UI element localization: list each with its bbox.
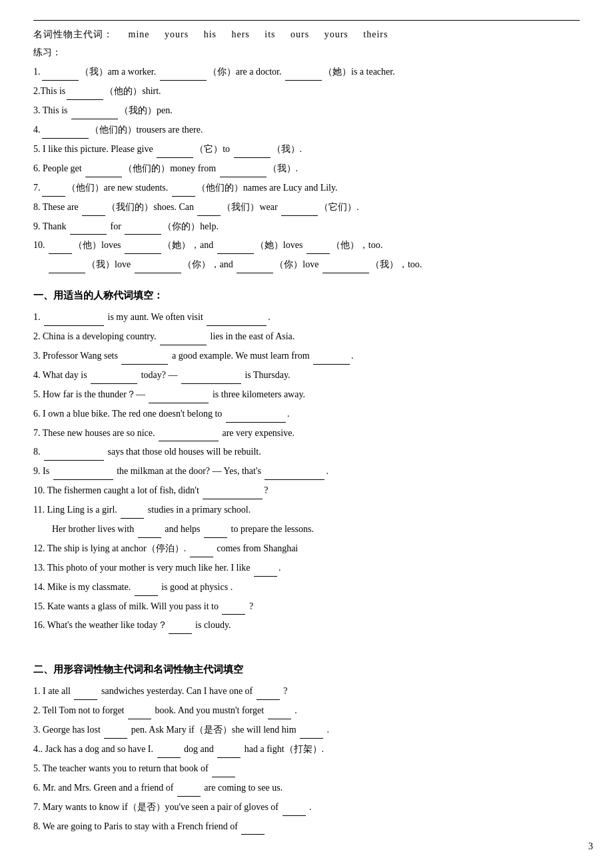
s1-line-5: 5. How far is the thunder？— is three kil… xyxy=(33,386,580,403)
pronoun-his: his xyxy=(204,29,217,39)
section2-title: 二、用形容词性物主代词和名词性物主代词填空 xyxy=(33,661,580,679)
s2-line-6: 6. Mr. and Mrs. Green and a friend of ar… xyxy=(33,779,580,797)
s1-line-8: 8. says that those old houses will be re… xyxy=(33,443,580,461)
pronoun-yours2: yours xyxy=(324,29,348,39)
s1-line-2: 2. China is a developing country. lies i… xyxy=(33,328,580,345)
pronoun-label: 名词性物主代词： xyxy=(33,29,113,39)
s2-line-1: 1. I ate all sandwiches yesterday. Can I… xyxy=(33,683,580,700)
s1-line-16: 16. What's the weather like today？ is cl… xyxy=(33,617,580,634)
s1-line-12: 12. The ship is lying at anchor（停泊）. com… xyxy=(33,540,580,557)
pronoun-hers: hers xyxy=(231,29,249,39)
page-number: 3 xyxy=(588,838,593,855)
intro-exercise-7: 7.（他们）are new students. （他们的）names are L… xyxy=(33,179,580,197)
s2-line-3: 3. George has lost pen. Ask Mary if（是否）s… xyxy=(33,721,580,739)
s1-line-6: 6. I own a blue bike. The red one doesn'… xyxy=(33,405,580,423)
s1-line-1: 1. is my aunt. We often visit . xyxy=(33,309,580,326)
intro-exercise-10a: 10. （他）loves （她），and （她）loves （他），too. xyxy=(33,237,580,254)
intro-exercise-6: 6. People get （他们的）money from （我）. xyxy=(33,160,580,177)
s1-line-15: 15. Kate wants a glass of milk. Will you… xyxy=(33,598,580,615)
section1-title: 一、用适当的人称代词填空： xyxy=(33,287,580,305)
intro-exercise-9: 9. Thank for （你的）help. xyxy=(33,218,580,235)
s1-line-11b: Her brother lives with and helps to prep… xyxy=(33,521,580,538)
header-row: 名词性物主代词： mine yours his hers its ours yo… xyxy=(33,26,580,43)
pronoun-mine: mine xyxy=(129,29,150,39)
intro-exercise-10b: （我）love （你），and （你）love （我），too. xyxy=(33,256,580,273)
intro-exercise-8: 8. These are （我们的）shoes. Can （我们）wear （它… xyxy=(33,199,580,216)
s1-line-3: 3. Professor Wang sets a good example. W… xyxy=(33,347,580,365)
s2-line-7: 7. Mary wants to know if（是否）you've seen … xyxy=(33,799,580,816)
s1-line-13: 13. This photo of your mother is very mu… xyxy=(33,559,580,577)
intro-exercise-1: 1.（我）am a worker. （你）are a doctor. （她）is… xyxy=(33,63,580,81)
pronoun-ours: ours xyxy=(291,29,309,39)
s2-line-4: 4.. Jack has a dog and so have I. dog an… xyxy=(33,741,580,758)
s2-line-2: 2. Tell Tom not to forget book. And you … xyxy=(33,702,580,719)
s1-line-11a: 11. Ling Ling is a girl. studies in a pr… xyxy=(33,501,580,519)
s2-line-8: 8. We are going to Paris to stay with a … xyxy=(33,818,580,835)
s1-line-4: 4. What day is today? — is Thursday. xyxy=(33,367,580,384)
intro-exercise-4: 4.（他们的）trousers are there. xyxy=(33,121,580,139)
s2-line-5: 5. The teacher wants you to return that … xyxy=(33,760,580,777)
intro-exercise-3: 3. This is （我的）pen. xyxy=(33,102,580,119)
pronoun-yours1: yours xyxy=(165,29,189,39)
s1-line-7: 7. These new houses are so nice. are ver… xyxy=(33,425,580,442)
top-rule xyxy=(33,20,580,21)
pronoun-its: its xyxy=(265,29,275,39)
s1-line-10: 10. The fishermen caught a lot of fish, … xyxy=(33,482,580,499)
pronoun-theirs: theirs xyxy=(363,29,388,39)
s1-line-9: 9. Is the milkman at the door? — Yes, th… xyxy=(33,463,580,480)
s1-line-14: 14. Mike is my classmate. is good at phy… xyxy=(33,579,580,596)
intro-exercise-5: 5. I like this picture. Please give （它）t… xyxy=(33,141,580,158)
practice-label: 练习： xyxy=(33,44,580,61)
intro-exercise-2: 2.This is（他的）shirt. xyxy=(33,83,580,100)
